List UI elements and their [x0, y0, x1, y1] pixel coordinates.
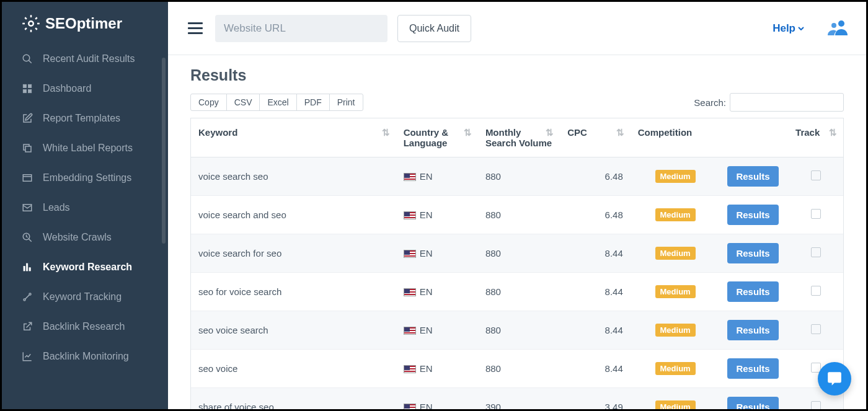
track-checkbox[interactable]	[811, 209, 821, 219]
export-csv-button[interactable]: CSV	[226, 94, 260, 111]
cell-competition: Medium	[631, 273, 720, 311]
col-results	[720, 118, 788, 157]
website-url-input[interactable]	[215, 15, 388, 42]
sidebar-item-report-templates[interactable]: Report Templates	[2, 104, 168, 133]
external-link-icon	[22, 321, 33, 332]
bar-chart-icon	[22, 262, 33, 273]
sidebar-item-label: White Label Reports	[43, 143, 133, 154]
cell-cpc: 6.48	[560, 196, 631, 234]
competition-badge: Medium	[655, 285, 696, 298]
svg-rect-5	[29, 90, 32, 93]
track-checkbox[interactable]	[811, 401, 821, 409]
svg-rect-2	[23, 84, 26, 87]
menu-toggle-button[interactable]	[185, 20, 205, 37]
track-icon	[22, 291, 33, 303]
cell-volume: 880	[478, 157, 560, 196]
cell-results: Results	[720, 157, 788, 196]
results-button[interactable]: Results	[727, 205, 778, 225]
track-checkbox[interactable]	[811, 170, 821, 180]
us-flag-icon	[404, 365, 416, 373]
chat-icon	[826, 371, 843, 387]
sidebar-item-label: Recent Audit Results	[43, 53, 135, 64]
svg-point-16	[831, 23, 836, 28]
col-cpc[interactable]: CPC⇅	[560, 118, 631, 157]
nav: Recent Audit ResultsDashboardReport Temp…	[2, 44, 168, 409]
sidebar-item-keyword-research[interactable]: Keyword Research	[2, 252, 168, 282]
search-input[interactable]	[730, 93, 844, 112]
svg-rect-3	[29, 84, 32, 87]
sort-icon: ⇅	[829, 127, 837, 138]
col-track[interactable]: Track⇅	[788, 118, 843, 157]
cell-keyword: seo voice	[191, 350, 396, 388]
sidebar-item-white-label-reports[interactable]: White Label Reports	[2, 133, 168, 163]
results-button[interactable]: Results	[727, 358, 778, 379]
chat-widget-button[interactable]	[818, 362, 851, 396]
cell-keyword: seo for voice search	[191, 273, 396, 311]
export-copy-button[interactable]: Copy	[190, 94, 227, 111]
copy-icon	[22, 143, 33, 154]
table-row: voice search for seoEN8808.44MediumResul…	[191, 234, 843, 273]
results-button[interactable]: Results	[727, 243, 778, 263]
table-row: voice search seoEN8806.48MediumResults	[191, 157, 843, 196]
window-icon	[22, 172, 33, 183]
cell-track	[788, 196, 843, 234]
us-flag-icon	[404, 288, 416, 296]
sidebar-item-backlink-monitoring[interactable]: Backlink Monitoring	[2, 342, 168, 371]
results-button[interactable]: Results	[727, 281, 778, 302]
track-checkbox[interactable]	[811, 286, 821, 296]
col-volume[interactable]: Monthly Search Volume⇅	[478, 118, 560, 157]
cell-cpc: 8.44	[560, 273, 631, 311]
chevron-down-icon	[798, 27, 804, 30]
logo-gear-icon	[22, 14, 40, 33]
cell-track	[788, 273, 843, 311]
col-country-language[interactable]: Country & Language⇅	[396, 118, 478, 157]
col-competition[interactable]: Competition	[631, 118, 720, 157]
results-button[interactable]: Results	[727, 397, 778, 409]
sidebar-item-embedding-settings[interactable]: Embedding Settings	[2, 163, 168, 193]
cell-country-language: EN	[396, 311, 478, 350]
results-table: Keyword⇅ Country & Language⇅ Monthly Sea…	[190, 118, 844, 409]
logo-text: SEOptimer	[45, 15, 122, 32]
export-excel-button[interactable]: Excel	[259, 94, 296, 111]
results-button[interactable]: Results	[727, 166, 778, 187]
us-flag-icon	[404, 173, 416, 181]
track-checkbox[interactable]	[811, 247, 821, 257]
col-keyword[interactable]: Keyword⇅	[191, 118, 396, 157]
us-flag-icon	[404, 327, 416, 335]
results-button[interactable]: Results	[727, 320, 778, 340]
export-print-button[interactable]: Print	[329, 94, 363, 111]
help-dropdown[interactable]: Help	[773, 22, 804, 35]
sidebar-item-label: Leads	[43, 202, 70, 213]
cell-country-language: EN	[396, 234, 478, 273]
cell-keyword: share of voice seo	[191, 388, 396, 409]
crawl-icon	[22, 232, 33, 243]
sidebar-item-label: Backlink Research	[43, 321, 125, 332]
svg-point-13	[24, 299, 25, 301]
export-pdf-button[interactable]: PDF	[296, 94, 330, 111]
cell-track	[788, 157, 843, 196]
svg-rect-7	[23, 175, 32, 182]
sidebar-item-dashboard[interactable]: Dashboard	[2, 74, 168, 104]
sidebar-item-recent-audit-results[interactable]: Recent Audit Results	[2, 44, 168, 74]
svg-point-0	[29, 21, 33, 26]
cell-country-language: EN	[396, 157, 478, 196]
sidebar-item-website-crawls[interactable]: Website Crawls	[2, 223, 168, 252]
cell-competition: Medium	[631, 311, 720, 350]
sidebar-item-leads[interactable]: Leads	[2, 193, 168, 223]
main: Quick Audit Help Results CopyCSVExcelPDF…	[168, 2, 866, 409]
cell-keyword: voice search and seo	[191, 196, 396, 234]
results-title: Results	[190, 66, 844, 84]
track-checkbox[interactable]	[811, 324, 821, 334]
sidebar-item-label: Embedding Settings	[43, 172, 131, 183]
search-label: Search:	[694, 97, 726, 108]
grid-icon	[22, 83, 33, 94]
hamburger-icon	[188, 22, 203, 34]
sidebar-item-backlink-research[interactable]: Backlink Research	[2, 312, 168, 342]
quick-audit-button[interactable]: Quick Audit	[397, 15, 471, 42]
table-toolbar: CopyCSVExcelPDFPrint Search:	[190, 93, 844, 112]
us-flag-icon	[404, 250, 416, 258]
competition-badge: Medium	[655, 400, 696, 409]
sidebar-item-keyword-tracking[interactable]: Keyword Tracking	[2, 282, 168, 312]
cell-competition: Medium	[631, 350, 720, 388]
user-account-button[interactable]	[828, 19, 849, 38]
